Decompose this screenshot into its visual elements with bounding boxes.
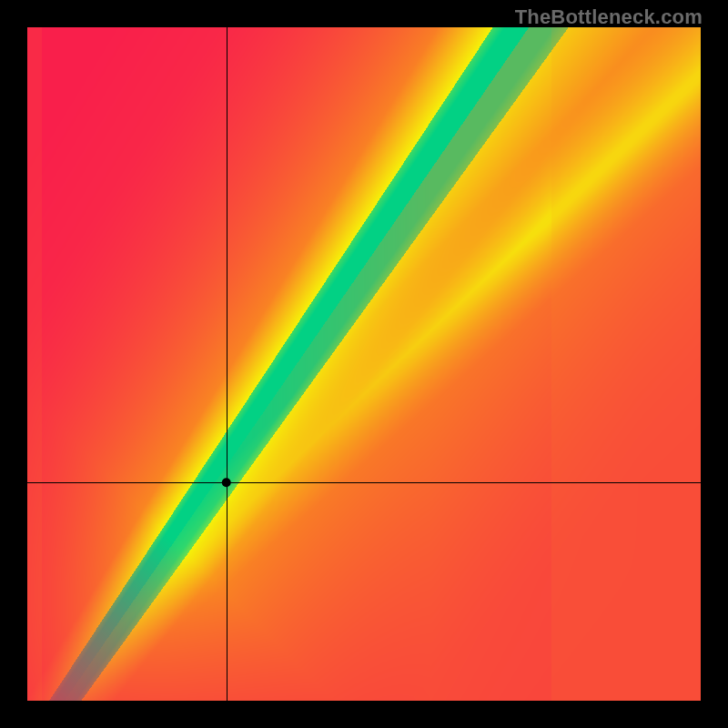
heatmap-plot-area [27,27,701,701]
chart-container: TheBottleneck.com [0,0,728,728]
crosshair-overlay [27,27,701,701]
watermark-text: TheBottleneck.com [515,5,703,29]
